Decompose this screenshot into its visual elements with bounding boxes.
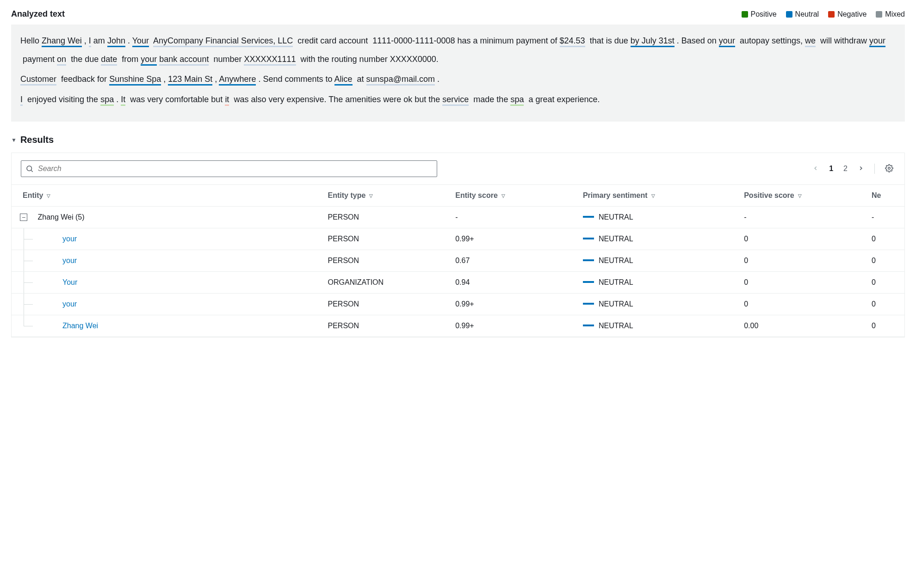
cell-type: PERSON (321, 250, 448, 272)
pager-prev-button[interactable] (811, 163, 821, 175)
gear-icon (885, 164, 893, 172)
col-entity[interactable]: Entity▽ (12, 185, 321, 207)
cell-sentiment: NEUTRAL (576, 272, 737, 294)
entity-it-2[interactable]: it (225, 95, 229, 106)
entity-service[interactable]: service (442, 95, 469, 106)
collapse-group-button[interactable]: − (20, 214, 27, 221)
entity-link[interactable]: your (62, 257, 77, 265)
entity-sunshine-spa[interactable]: Sunshine Spa (109, 74, 161, 86)
sort-icon: ▽ (369, 193, 373, 198)
legend-neutral: Neutral (786, 10, 819, 18)
entity-date[interactable]: date (101, 55, 117, 66)
entity-anywhere[interactable]: Anywhere (219, 74, 256, 86)
group-label: Zhang Wei (5) (37, 213, 84, 221)
cell-sentiment: NEUTRAL (576, 207, 737, 228)
cell-positive: 0 (737, 272, 864, 294)
legend-mixed-label: Mixed (885, 10, 905, 18)
entity-your-1[interactable]: your (719, 36, 735, 47)
entity-anycompany[interactable]: AnyCompany Financial Services, LLC (153, 36, 293, 47)
legend-negative: Negative (828, 10, 866, 18)
tree-branch-icon (12, 235, 37, 243)
entity-alice[interactable]: Alice (334, 74, 353, 86)
entity-customer[interactable]: Customer (20, 74, 56, 86)
pager-page-1[interactable]: 1 (827, 164, 835, 174)
cell-negative: 0 (864, 315, 904, 337)
entity-bank-account[interactable]: bank account (159, 55, 209, 66)
cell-negative: 0 (864, 228, 904, 250)
cell-type: PERSON (321, 315, 448, 337)
cell-type: PERSON (321, 207, 448, 228)
cell-sentiment: NEUTRAL (576, 294, 737, 315)
analyzed-paragraph-1: Hello Zhang Wei , I am John . Your AnyCo… (20, 32, 896, 68)
entity-spa-2[interactable]: spa (510, 95, 524, 106)
sentiment-legend: Positive Neutral Negative Mixed (742, 10, 905, 18)
legend-positive: Positive (742, 10, 777, 18)
entity-amount[interactable]: $24.53 (560, 36, 585, 47)
cell-positive: - (737, 207, 864, 228)
entity-link[interactable]: your (62, 235, 77, 243)
cell-score: 0.99+ (448, 315, 576, 337)
tree-branch-icon (12, 257, 37, 265)
neutral-swatch-icon (786, 11, 792, 18)
cell-type: ORGANIZATION (321, 272, 448, 294)
results-toggle[interactable]: ▼ Results (11, 135, 905, 145)
search-wrapper (21, 160, 437, 177)
legend-neutral-label: Neutral (795, 10, 819, 18)
results-toolbar: 1 2 (12, 160, 904, 184)
entity-i[interactable]: I (89, 36, 91, 47)
sentiment-bar-icon (583, 303, 594, 305)
svg-line-1 (31, 171, 32, 172)
table-row: your PERSON 0.67 NEUTRAL 0 0 (12, 250, 904, 272)
positive-swatch-icon (742, 11, 748, 18)
tree-branch-icon (12, 278, 37, 287)
pager-page-2[interactable]: 2 (842, 164, 849, 174)
entity-address[interactable]: 123 Main St (168, 74, 212, 86)
col-positive-score[interactable]: Positive score▽ (737, 185, 864, 207)
pager: 1 2 (811, 162, 895, 176)
entity-your-2[interactable]: your (869, 36, 885, 47)
entity-your-3[interactable]: your (141, 55, 157, 66)
cell-sentiment: NEUTRAL (576, 250, 737, 272)
settings-button[interactable] (883, 162, 895, 176)
results-table: Entity▽ Entity type▽ Entity score▽ Prima… (12, 184, 904, 337)
sentiment-bar-icon (583, 216, 594, 218)
entity-spa-1[interactable]: spa (100, 95, 114, 106)
section-title: Analyzed text (11, 9, 65, 19)
sort-icon: ▽ (798, 193, 802, 198)
entity-link[interactable]: Zhang Wei (62, 322, 98, 330)
cell-positive: 0 (737, 250, 864, 272)
cell-score: 0.94 (448, 272, 576, 294)
entity-john[interactable]: John (107, 36, 125, 47)
analyzed-paragraph-2: Customer feedback for Sunshine Spa , 123… (20, 70, 896, 89)
entity-due-date[interactable]: by July 31st (631, 36, 675, 47)
sentiment-bar-icon (583, 325, 594, 326)
negative-swatch-icon (828, 11, 835, 18)
col-entity-type[interactable]: Entity type▽ (321, 185, 448, 207)
sentiment-bar-icon (583, 281, 594, 283)
cell-score: 0.67 (448, 250, 576, 272)
results-panel: 1 2 Entity▽ Entity type▽ Entity score▽ P… (11, 153, 905, 337)
entity-zhang-wei[interactable]: Zhang Wei (42, 36, 82, 47)
entity-we[interactable]: we (805, 36, 816, 47)
entity-it-1[interactable]: It (121, 95, 125, 106)
entity-link[interactable]: Your (62, 278, 77, 287)
col-negative-score[interactable]: Ne (864, 185, 904, 207)
entity-email[interactable]: sunspa@mail.com (366, 74, 435, 86)
entity-link[interactable]: your (62, 300, 77, 308)
cell-positive: 0 (737, 294, 864, 315)
chevron-right-icon (858, 165, 864, 172)
sentiment-bar-icon (583, 259, 594, 261)
pager-next-button[interactable] (856, 163, 866, 175)
cell-positive: 0.00 (737, 315, 864, 337)
entity-masked-acct[interactable]: XXXXXX1111 (244, 55, 296, 66)
entity-on[interactable]: on (57, 55, 66, 66)
entity-i-2[interactable]: I (20, 95, 23, 106)
table-row: your PERSON 0.99+ NEUTRAL 0 0 (12, 228, 904, 250)
legend-mixed: Mixed (876, 10, 905, 18)
mixed-swatch-icon (876, 11, 882, 18)
entity-your-cap[interactable]: Your (132, 36, 149, 47)
tree-branch-icon (12, 322, 37, 330)
col-entity-score[interactable]: Entity score▽ (448, 185, 576, 207)
col-primary-sentiment[interactable]: Primary sentiment▽ (576, 185, 737, 207)
search-input[interactable] (21, 160, 437, 177)
